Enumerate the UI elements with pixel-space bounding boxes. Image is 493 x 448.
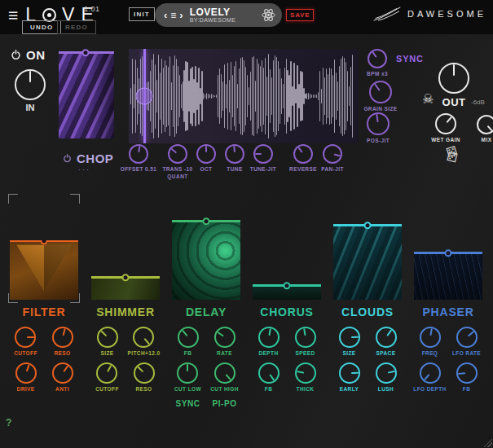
knob[interactable] <box>133 327 154 348</box>
effect-amount-handle[interactable] <box>122 274 130 281</box>
effect-extra-sync[interactable]: SYNC <box>169 399 206 408</box>
effect-thumbnail[interactable] <box>414 253 482 300</box>
knob[interactable] <box>456 327 478 348</box>
knob[interactable] <box>339 362 360 384</box>
effect-amount-area[interactable] <box>169 192 243 300</box>
chop-visual[interactable] <box>59 52 114 138</box>
knob[interactable] <box>420 362 441 384</box>
help-button[interactable]: ? <box>6 417 11 428</box>
knob[interactable] <box>177 362 198 384</box>
grain-knob-4: TUNE-JIT <box>242 144 284 172</box>
effect-amount-handle[interactable] <box>445 249 452 257</box>
knob[interactable] <box>97 327 118 348</box>
effect-name[interactable]: FILTER <box>7 305 81 318</box>
knob[interactable] <box>52 362 73 384</box>
effect-thumbnail[interactable] <box>172 221 240 300</box>
chop-menu-dots[interactable]: ··· <box>78 165 90 173</box>
knob-label: DRIVE <box>17 386 35 392</box>
effect-thumbnail[interactable] <box>91 277 160 300</box>
knob[interactable] <box>15 362 37 384</box>
knob[interactable] <box>295 362 316 384</box>
init-button[interactable]: INIT <box>129 7 155 21</box>
knob[interactable] <box>456 362 478 384</box>
effect-amount-area[interactable] <box>7 192 81 300</box>
effect-knob: ANTI <box>52 362 73 392</box>
effect-name[interactable]: PHASER <box>412 305 485 318</box>
prev-preset-icon[interactable]: ‹ <box>162 10 169 20</box>
knob[interactable] <box>253 144 273 164</box>
effect-amount-handle[interactable] <box>364 222 372 229</box>
knob[interactable] <box>129 144 148 164</box>
knob[interactable] <box>134 362 155 384</box>
effect-thumbnail[interactable] <box>253 285 321 300</box>
effect-thumbnail[interactable] <box>10 240 78 300</box>
effect-knobs: CUTOFFRESODRIVEANTI <box>7 327 81 392</box>
effect-knob: THICK <box>295 362 316 392</box>
knob[interactable] <box>420 327 441 348</box>
knob[interactable] <box>477 115 493 134</box>
effect-chorus: CHORUSDEPTHSPEEDFBTHICK <box>250 192 324 392</box>
master-on-row: ON <box>11 48 46 62</box>
effect-amount-handle[interactable] <box>284 282 291 289</box>
knob[interactable] <box>438 63 469 94</box>
knob[interactable] <box>15 327 36 348</box>
dice-icon[interactable]: ⚄⚂ <box>442 148 464 163</box>
knob[interactable] <box>367 112 390 135</box>
effect-amount-area[interactable] <box>250 192 324 300</box>
side-knob-0: BPM x3 <box>354 49 400 77</box>
next-preset-icon[interactable]: › <box>178 10 184 20</box>
knob[interactable] <box>52 327 73 348</box>
effect-name[interactable]: CLOUDS <box>331 305 404 318</box>
chop-power-icon[interactable] <box>63 154 72 163</box>
effect-knob: SPACE <box>376 327 397 356</box>
out-knob-slot <box>438 63 469 94</box>
effect-amount-area[interactable] <box>89 192 162 300</box>
effect-thumbnail[interactable] <box>333 225 402 300</box>
preset-list-icon[interactable]: ≡ <box>169 10 178 21</box>
playhead-handle[interactable] <box>136 88 153 105</box>
knob[interactable] <box>323 144 342 164</box>
knob[interactable] <box>258 327 280 348</box>
redo-button[interactable]: REDO <box>57 20 96 34</box>
knob[interactable] <box>214 327 235 348</box>
knob[interactable] <box>295 327 316 348</box>
knob[interactable] <box>435 113 456 134</box>
waveform-display[interactable] <box>129 49 359 143</box>
save-button[interactable]: SAVE <box>286 9 314 21</box>
effect-amount-area[interactable] <box>331 192 404 300</box>
effect-amount-handle[interactable] <box>41 240 48 244</box>
knob[interactable] <box>368 49 387 68</box>
knob[interactable] <box>293 144 313 164</box>
effect-amount-area[interactable] <box>412 192 485 300</box>
effect-amount-handle[interactable] <box>203 217 210 225</box>
effect-phaser: PHASERFREQLFO RATELFO DEPTHFB <box>412 192 485 392</box>
undo-button[interactable]: UNDO <box>22 20 61 34</box>
effect-knob: DRIVE <box>15 362 37 392</box>
knob[interactable] <box>214 362 235 384</box>
chop-slider-handle[interactable] <box>81 49 89 56</box>
effect-knobs: FREQLFO RATELFO DEPTHFB <box>412 327 485 392</box>
knob[interactable] <box>376 362 397 384</box>
knob[interactable] <box>96 362 117 384</box>
knob[interactable] <box>258 362 280 384</box>
effect-delay: DELAYFBRATECUT LOWCUT HIGHSYNCPI-PO <box>169 192 243 408</box>
version-label: 1.01 <box>84 5 100 13</box>
in-knob-slot <box>15 69 46 100</box>
power-icon[interactable] <box>11 50 21 60</box>
effect-knob: PITCH+12.0 <box>128 327 161 356</box>
preset-browser[interactable]: ‹ ≡ › LOVELY BY:DAWESOME <box>155 3 282 27</box>
effect-extra-pi-po[interactable]: PI-PO <box>206 399 243 408</box>
effect-name[interactable]: SHIMMER <box>89 305 162 318</box>
knob-label: RATE <box>217 350 232 356</box>
knob-label: CUTOFF <box>14 350 37 356</box>
effect-name[interactable]: DELAY <box>169 305 243 318</box>
sync-label[interactable]: SYNC <box>396 54 424 64</box>
knob[interactable] <box>376 327 397 348</box>
knob[interactable] <box>15 69 46 100</box>
effect-name[interactable]: CHORUS <box>250 305 324 318</box>
knob[interactable] <box>178 327 199 348</box>
effect-knob: EARLY <box>339 362 360 392</box>
knob[interactable] <box>339 327 360 348</box>
atom-icon[interactable] <box>261 7 276 23</box>
knob[interactable] <box>369 81 392 103</box>
